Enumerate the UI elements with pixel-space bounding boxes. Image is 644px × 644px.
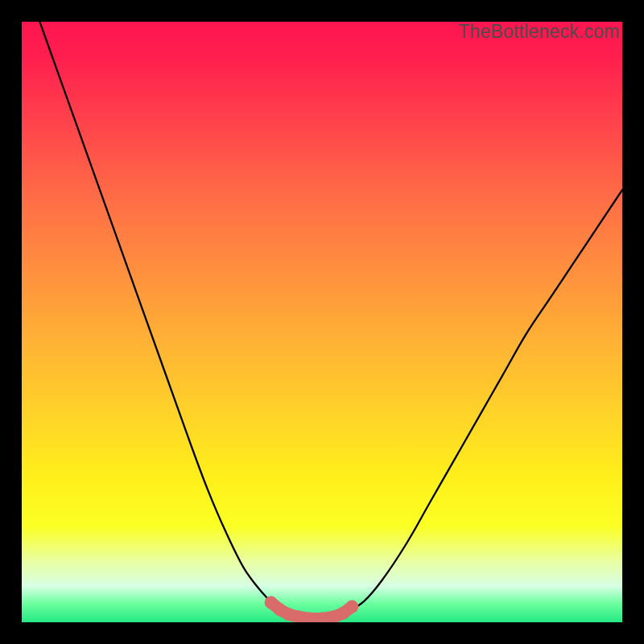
- bottleneck-curve: [39, 22, 622, 619]
- watermark-text: TheBottleneck.com: [459, 21, 620, 43]
- plot-area: [22, 22, 622, 622]
- chart-svg: [22, 22, 622, 622]
- valley-markers: [265, 596, 359, 622]
- chart-frame: TheBottleneck.com: [0, 0, 644, 644]
- curve-group: [39, 22, 622, 619]
- valley-marker-point: [345, 601, 358, 613]
